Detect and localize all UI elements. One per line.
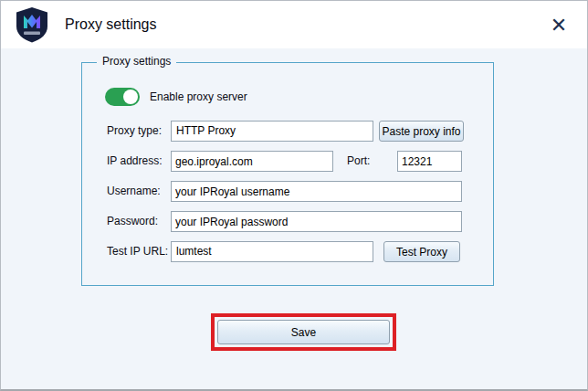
groupbox-legend: Proxy settings (97, 55, 176, 68)
proxy-type-dropdown[interactable]: HTTP Proxy (171, 121, 373, 142)
proxy-type-value: HTTP Proxy (176, 122, 236, 141)
port-input[interactable] (397, 151, 462, 172)
enable-proxy-label: Enable proxy server (150, 88, 247, 106)
test-ip-url-label: Test IP URL: (107, 241, 168, 262)
red-highlight-box: Save (211, 313, 396, 351)
close-icon[interactable]: ✕ (545, 12, 572, 39)
proxy-settings-dialog: Proxy settings ✕ Proxy settings Enable p… (0, 0, 588, 391)
proxy-settings-groupbox: Proxy settings Enable proxy server Proxy… (81, 62, 494, 286)
paste-proxy-info-button[interactable]: Paste proxy info (379, 121, 464, 142)
username-label: Username: (107, 181, 161, 202)
username-input[interactable] (171, 181, 462, 202)
enable-proxy-toggle[interactable] (105, 88, 140, 106)
toggle-knob (123, 90, 138, 104)
ip-address-label: IP address: (107, 151, 162, 172)
password-label: Password: (107, 211, 158, 232)
proxy-type-label: Proxy type: (107, 121, 162, 142)
test-ip-url-value: lumtest (176, 242, 212, 261)
port-label: Port: (347, 151, 370, 172)
save-button[interactable]: Save (217, 320, 390, 344)
password-input[interactable] (171, 211, 462, 232)
test-proxy-button[interactable]: Test Proxy (383, 241, 460, 262)
test-ip-url-dropdown[interactable]: lumtest (171, 241, 373, 262)
dialog-title: Proxy settings (65, 1, 156, 48)
app-logo-icon (15, 6, 49, 43)
title-bar: Proxy settings ✕ (1, 1, 587, 48)
ip-address-input[interactable] (171, 151, 333, 172)
